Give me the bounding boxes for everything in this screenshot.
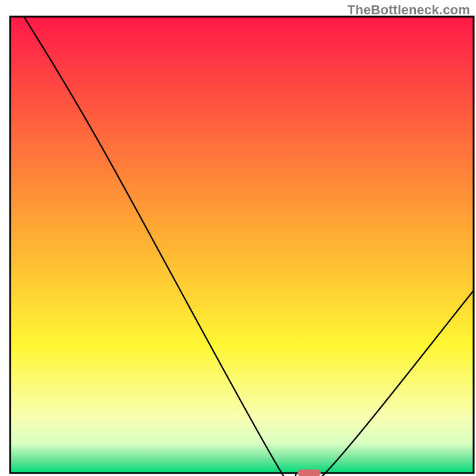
optimal-marker [298, 469, 321, 476]
bottleneck-chart: TheBottleneck.com [0, 0, 476, 476]
watermark-text: TheBottleneck.com [347, 2, 470, 18]
plot-area [10, 17, 474, 473]
chart-svg [0, 0, 476, 476]
